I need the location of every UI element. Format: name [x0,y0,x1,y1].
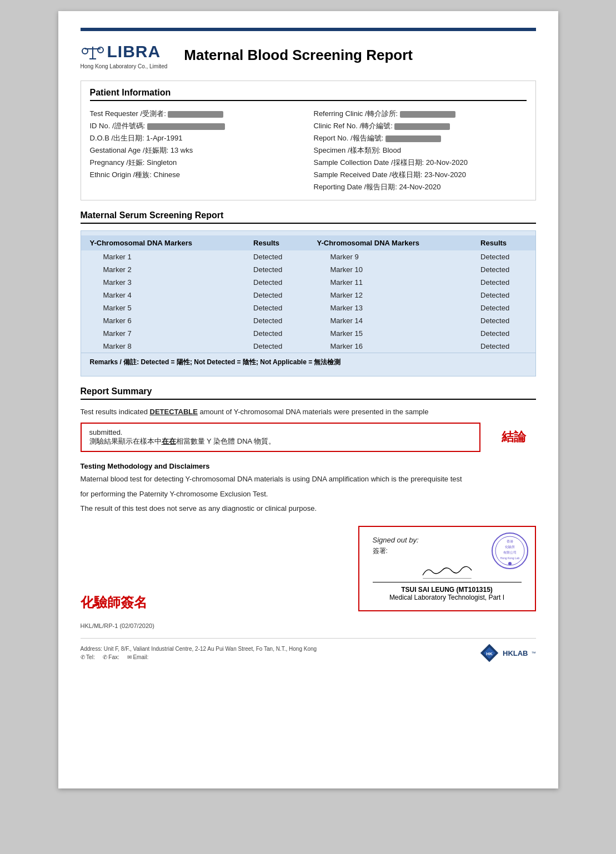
methodology-section: Testing Methodology and Disclaimers Mate… [81,462,536,515]
footer-ref: HKL/ML/RP-1 (02/07/2020) [81,622,536,629]
top-bar [81,28,536,31]
screening-table: Y-Chromosomal DNA Markers Results Y-Chro… [81,235,535,353]
marker-left-name: Marker 2 [81,263,245,276]
patient-row: Referring Clinic /轉介診所: [314,108,527,120]
hklab-tm: ™ [532,651,536,656]
marker-right-result: Detected [472,314,535,327]
col3-header: Y-Chromosomal DNA Markers [308,235,472,250]
report-summary-section: Report Summary Test results indicated DE… [81,386,536,452]
marker-right-name: Marker 13 [308,302,472,314]
marker-left-name: Marker 7 [81,327,245,340]
marker-left-result: Detected [244,276,308,289]
marker-right-result: Detected [472,302,535,314]
submitted-text: submitted. [89,428,472,436]
methodology-text1: Maternal blood test for detecting Y-chro… [81,474,536,485]
screening-section: Maternal Serum Screening Report Y-Chromo… [81,210,536,376]
marker-left-name: Marker 1 [81,250,245,263]
patient-specimen: Specimen /樣本類別: Blood [314,144,527,157]
remarks-row: Remarks / 備註: Detected = 陽性; Not Detecte… [81,353,535,371]
chinese-summary: 測驗結果顯示在樣本中在在相當數量 Y 染色體 DNA 物質。 [89,436,472,446]
patient-info-header: Patient Information [90,88,527,101]
patient-left-col: Test Requester /受測者: ID No. /證件號碼: D.O.B… [90,108,303,193]
summary-text-line1: Test results indicated DETECTABLE amount… [81,406,536,418]
logo-subtitle: Hong Kong Laboratory Co., Limited [81,63,168,69]
patient-gestational-age: Gestational Age /妊娠期: 13 wks [90,144,303,157]
marker-right-result: Detected [472,340,535,353]
marker-right-result: Detected [472,263,535,276]
signer-title: Medical Laboratory Technologist, Part I [373,594,522,601]
patient-right-col: Referring Clinic /轉介診所: Clinic Ref No. /… [314,108,527,193]
marker-right-result: Detected [472,250,535,263]
col4-header: Results [472,235,535,250]
libra-logo-icon [81,41,105,62]
hklab-diamond-icon: HK [479,643,499,663]
conclusion-box: submitted. 測驗結果顯示在樣本中在在相當數量 Y 染色體 DNA 物質… [81,423,536,452]
marker-left-name: Marker 3 [81,276,245,289]
marker-right-name: Marker 9 [308,250,472,263]
patient-dob: D.O.B /出生日期: 1-Apr-1991 [90,132,303,144]
marker-left-name: Marker 6 [81,314,245,327]
address-text: Address: Unit F, 8/F., Valiant Industria… [81,646,317,660]
marker-right-name: Marker 15 [308,327,472,340]
svg-text:香港: 香港 [507,540,513,543]
marker-left-result: Detected [244,302,308,314]
lab-stamp: 香港 化驗所 有限公司 Hong Kong Lab [490,531,529,570]
address-line: Address: Unit F, 8/F., Valiant Industria… [81,646,317,652]
marker-left-result: Detected [244,263,308,276]
patient-received-date: Sample Received Date /收樣日期: 23-Nov-2020 [314,169,527,181]
marker-right-name: Marker 12 [308,289,472,302]
marker-left-result: Detected [244,340,308,353]
marker-left-name: Marker 8 [81,340,245,353]
redacted-value [385,135,441,142]
patient-ethnic: Ethnic Origin /種族: Chinese [90,169,303,181]
svg-point-4 [98,47,103,53]
marker-right-name: Marker 16 [308,340,472,353]
svg-text:化驗所: 化驗所 [505,545,515,549]
report-page: LIBRA Hong Kong Laboratory Co., Limited … [58,11,558,788]
screening-table-wrapper: Y-Chromosomal DNA Markers Results Y-Chro… [81,230,536,376]
signature-area: 化驗師簽名 香港 化驗所 有限公司 Hong Kong Lab Signed o… [81,526,536,611]
methodology-title: Testing Methodology and Disclaimers [81,462,536,470]
marker-right-result: Detected [472,289,535,302]
report-title: Maternal Blood Screening Report [184,47,413,64]
col2-header: Results [244,235,308,250]
report-summary-header: Report Summary [81,386,536,400]
signature-box: 香港 化驗所 有限公司 Hong Kong Lab Signed out by:… [358,526,536,611]
svg-text:有限公司: 有限公司 [503,551,517,554]
redacted-value [400,111,455,118]
marker-right-name: Marker 14 [308,314,472,327]
patient-row: Report No. /報告編號: [314,132,527,144]
patient-reporting-date: Reporting Date /報告日期: 24-Nov-2020 [314,181,527,193]
footer-contact: ✆ Tel: ✆ Fax: ✉ Email: [81,654,317,660]
marker-left-name: Marker 4 [81,289,245,302]
patient-grid: Test Requester /受測者: ID No. /證件號碼: D.O.B… [90,108,527,193]
redacted-value [147,123,225,130]
patient-row: Clinic Ref No. /轉介編號: [314,120,527,132]
patient-info-section: Patient Information Test Requester /受測者:… [81,81,536,200]
svg-text:Hong Kong Lab: Hong Kong Lab [500,556,519,560]
header: LIBRA Hong Kong Laboratory Co., Limited … [81,41,536,69]
marker-left-result: Detected [244,314,308,327]
marker-right-name: Marker 10 [308,263,472,276]
marker-right-name: Marker 11 [308,276,472,289]
submitted-box: submitted. 測驗結果顯示在樣本中在在相當數量 Y 染色體 DNA 物質… [81,423,480,452]
marker-left-result: Detected [244,289,308,302]
patient-row: ID No. /證件號碼: [90,120,303,132]
logo-area: LIBRA Hong Kong Laboratory Co., Limited [81,41,168,69]
signer-name: TSUI SAI LEUNG (MT101315) [373,586,522,594]
svg-point-12 [508,562,512,565]
marker-left-result: Detected [244,250,308,263]
patient-pregnancy: Pregnancy /妊娠: Singleton [90,157,303,169]
marker-left-result: Detected [244,327,308,340]
methodology-text3: The result of this test does not serve a… [81,503,536,515]
handwritten-signature [414,561,480,581]
logo-name: LIBRA [107,42,161,61]
hklab-logo: HK HKLAB ™ [479,643,536,663]
footer-address: Address: Unit F, 8/F., Valiant Industria… [81,638,536,663]
screening-section-header: Maternal Serum Screening Report [81,210,536,224]
redacted-value [168,111,223,118]
marker-right-result: Detected [472,327,535,340]
conclusion-label: 結論 [492,423,536,452]
patient-row: Test Requester /受測者: [90,108,303,120]
redacted-value [394,123,450,130]
